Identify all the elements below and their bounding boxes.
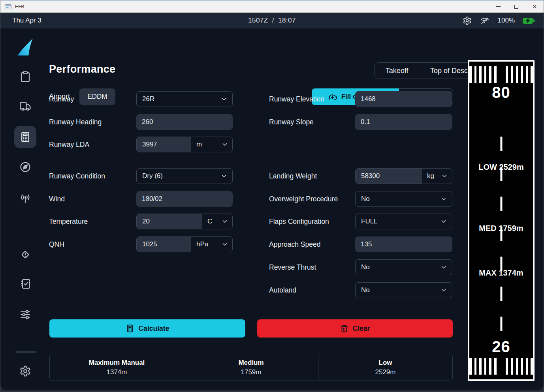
utc-time: 1507Z bbox=[248, 17, 268, 24]
field-runway-slope: Runway Slope bbox=[269, 114, 452, 130]
chevron-down-icon bbox=[440, 287, 447, 294]
runway-condition-select[interactable]: Dry (6) bbox=[136, 168, 233, 184]
sidebar-item-alerts[interactable] bbox=[14, 244, 36, 266]
field-runway-heading: Runway Heading bbox=[49, 114, 233, 130]
flaps-configuration-select[interactable]: FULL bbox=[355, 214, 452, 229]
field-runway-condition: Runway Condition Dry (6) bbox=[49, 168, 233, 184]
marker-low: LOW 2529m bbox=[469, 163, 533, 172]
chevron-down-icon bbox=[221, 218, 228, 225]
chevron-down-icon bbox=[220, 96, 228, 103]
runway-slope-input[interactable] bbox=[355, 114, 452, 130]
reverse-thrust-label: Reverse Thrust bbox=[269, 259, 316, 275]
overweight-procedure-select[interactable]: No bbox=[355, 191, 452, 207]
sidebar-divider bbox=[15, 351, 36, 353]
autoland-select[interactable]: No bbox=[355, 282, 452, 298]
calculate-label: Calculate bbox=[139, 324, 169, 333]
app-title: EFB bbox=[15, 4, 24, 9]
truck-icon bbox=[19, 100, 31, 112]
results-table: Maximum Manual 1374m Medium 1759m Low 25… bbox=[49, 354, 453, 381]
flaps-configuration-label: Flaps Configuration bbox=[269, 214, 329, 229]
temperature-unit-select[interactable]: C bbox=[202, 214, 232, 229]
marker-med: MED 1759m bbox=[469, 224, 533, 233]
runway-lda-input[interactable] bbox=[137, 137, 191, 152]
runway-select[interactable]: 26R bbox=[136, 91, 233, 107]
runway-graphic: 80 LOW 2529m MED 1759m MAX 1374m 26 bbox=[468, 60, 535, 381]
os-titlebar: EFB ✕ bbox=[0, 1, 544, 13]
minimize-icon bbox=[496, 6, 501, 7]
wind-label: Wind bbox=[49, 191, 65, 207]
minimize-button[interactable] bbox=[489, 1, 507, 12]
field-runway-lda: Runway LDA m bbox=[49, 137, 233, 152]
field-temperature: Temperature C bbox=[49, 214, 233, 229]
result-low: Low 2529m bbox=[318, 354, 452, 381]
marker-max: MAX 1374m bbox=[469, 268, 533, 278]
status-time: 1507Z/18:07 bbox=[0, 17, 544, 24]
sidebar-item-ground-ops[interactable] bbox=[14, 95, 36, 117]
close-icon: ✕ bbox=[532, 4, 537, 10]
chevron-down-icon bbox=[440, 195, 447, 203]
field-wind: Wind bbox=[49, 191, 233, 207]
checklist-icon bbox=[19, 278, 31, 290]
result-maximum-manual: Maximum Manual 1374m bbox=[50, 354, 184, 381]
temperature-input[interactable] bbox=[137, 214, 202, 229]
sidebar-item-flights[interactable] bbox=[14, 66, 36, 88]
field-overweight-procedure: Overweight Procedure No bbox=[269, 191, 452, 207]
runway-slope-label: Runway Slope bbox=[269, 114, 314, 130]
runway-heading-input[interactable] bbox=[136, 114, 233, 130]
sidebar-item-checklist[interactable] bbox=[14, 273, 36, 295]
qnh-unit-select[interactable]: hPa bbox=[191, 237, 232, 252]
calculator-icon bbox=[19, 131, 31, 143]
window-controls: ✕ bbox=[489, 1, 544, 12]
field-landing-weight: Landing Weight kg bbox=[269, 168, 452, 184]
wind-input[interactable] bbox=[136, 191, 233, 207]
threshold-stripes-far bbox=[469, 66, 533, 83]
maximize-button[interactable] bbox=[507, 1, 525, 12]
trash-icon bbox=[340, 324, 348, 333]
qnh-input[interactable] bbox=[137, 237, 191, 252]
sliders-icon bbox=[19, 309, 31, 321]
chevron-down-icon bbox=[221, 241, 228, 248]
qnh-label: QNH bbox=[49, 236, 64, 252]
sidebar-item-navigation[interactable] bbox=[14, 156, 36, 178]
runway-lda-label: Runway LDA bbox=[49, 137, 89, 152]
sidebar-item-preferences[interactable] bbox=[14, 304, 36, 326]
runway-elevation-input[interactable] bbox=[355, 91, 452, 107]
app-logo bbox=[17, 37, 34, 57]
runway-heading-label: Runway Heading bbox=[49, 114, 102, 130]
reverse-thrust-select[interactable]: No bbox=[355, 259, 452, 275]
landing-weight-label: Landing Weight bbox=[269, 168, 317, 184]
overweight-procedure-label: Overweight Procedure bbox=[269, 191, 338, 207]
calculate-button[interactable]: Calculate bbox=[49, 319, 245, 338]
calculator-icon bbox=[126, 324, 134, 333]
clear-button[interactable]: Clear bbox=[257, 319, 453, 338]
tab-takeoff[interactable]: Takeoff bbox=[375, 63, 419, 79]
sidebar-item-radio[interactable] bbox=[14, 188, 36, 210]
chevron-down-icon bbox=[220, 173, 228, 180]
chevron-down-icon bbox=[221, 141, 228, 148]
threshold-stripes-near bbox=[469, 358, 533, 375]
main-wrap: Performance Takeoff Top of Descent Landi… bbox=[0, 28, 544, 392]
runway-condition-label: Runway Condition bbox=[49, 168, 105, 184]
runway-number-far: 80 bbox=[469, 84, 533, 101]
result-medium: Medium 1759m bbox=[184, 354, 318, 381]
sidebar-item-performance-calculator[interactable] bbox=[14, 126, 36, 148]
clipboard-icon bbox=[19, 71, 31, 83]
runway-number-near: 26 bbox=[469, 338, 533, 356]
app-statusbar: Thu Apr 3 1507Z/18:07 100% bbox=[0, 13, 544, 28]
field-autoland: Autoland No bbox=[269, 282, 452, 298]
field-runway-elevation: Runway Elevation bbox=[269, 91, 452, 107]
approach-speed-label: Approach Speed bbox=[269, 236, 320, 252]
landing-weight-input[interactable] bbox=[356, 169, 422, 184]
field-reverse-thrust: Reverse Thrust No bbox=[269, 259, 452, 275]
close-button[interactable]: ✕ bbox=[525, 1, 544, 12]
clear-label: Clear bbox=[353, 324, 370, 333]
runway-lda-unit-select[interactable]: m bbox=[191, 137, 232, 152]
hazard-icon bbox=[19, 249, 31, 261]
runway-label: Runway bbox=[49, 91, 74, 107]
approach-speed-input[interactable] bbox=[355, 236, 452, 252]
field-flaps-configuration: Flaps Configuration FULL bbox=[269, 214, 452, 229]
landing-weight-unit-select[interactable]: kg bbox=[422, 169, 452, 184]
chevron-down-icon bbox=[440, 218, 447, 225]
autoland-label: Autoland bbox=[269, 282, 296, 298]
sidebar-item-settings[interactable] bbox=[14, 360, 36, 382]
